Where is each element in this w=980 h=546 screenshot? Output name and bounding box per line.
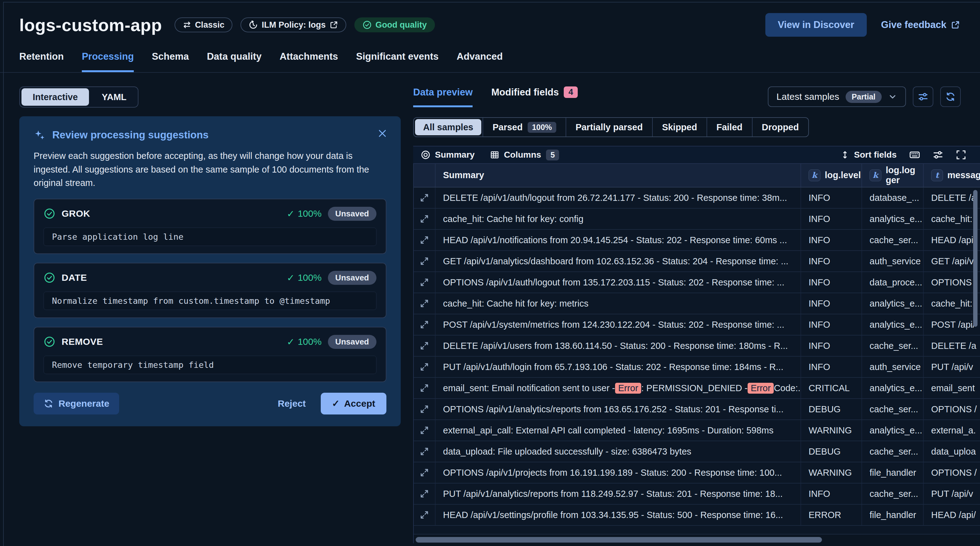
vertical-scrollbar[interactable] <box>973 190 977 327</box>
refresh-button[interactable] <box>940 86 961 107</box>
logger-cell: analytics_e... <box>862 293 924 314</box>
summary-view-button[interactable]: Summary <box>421 150 475 160</box>
filter-partially-parsed[interactable]: Partially parsed <box>566 118 652 136</box>
display-options-button[interactable] <box>933 149 943 160</box>
reject-button[interactable]: Reject <box>278 398 306 409</box>
give-feedback-link[interactable]: Give feedback <box>881 19 960 30</box>
summary-cell: data_upload: File uploaded successfully … <box>436 441 801 462</box>
level-cell: DEBUG <box>801 441 862 462</box>
tab-modified-fields[interactable]: Modified fields 4 <box>491 86 578 107</box>
tab-processing[interactable]: Processing <box>82 51 134 72</box>
table-row: OPTIONS /api/v1/auth/logout from 135.172… <box>414 272 980 293</box>
preview-settings-button[interactable] <box>913 86 933 107</box>
expand-row-button[interactable] <box>414 314 436 335</box>
text-type-icon: t <box>931 170 943 181</box>
filter-all-samples[interactable]: All samples <box>415 119 481 135</box>
summary-cell: OPTIONS /api/v1/analytics/reports from 1… <box>436 399 801 419</box>
keyboard-shortcuts-button[interactable] <box>909 149 920 160</box>
mode-yaml-button[interactable]: YAML <box>91 87 138 107</box>
message-column-header[interactable]: t message <box>924 164 980 187</box>
editor-mode-toggle: Interactive YAML <box>19 86 138 108</box>
unsaved-badge: Unsaved <box>328 271 377 285</box>
expand-row-button[interactable] <box>414 357 436 377</box>
classic-badge[interactable]: Classic <box>175 17 233 32</box>
columns-button[interactable]: Columns 5 <box>490 149 559 160</box>
horizontal-scrollbar[interactable] <box>416 537 822 543</box>
filter-dropped[interactable]: Dropped <box>752 118 808 136</box>
message-cell: GET /api/v <box>924 251 980 271</box>
expand-row-button[interactable] <box>414 272 436 293</box>
close-icon[interactable] <box>377 128 388 139</box>
page-header: logs-custom-app Classic ILM Policy: logs <box>0 0 980 37</box>
refresh-icon <box>43 398 54 409</box>
expand-row-button[interactable] <box>414 462 436 483</box>
accept-button[interactable]: ✓ Accept <box>321 393 387 414</box>
logger-cell: analytics_e... <box>862 314 924 335</box>
fullscreen-button[interactable] <box>956 149 966 160</box>
logger-cell: cache_ser... <box>862 484 924 504</box>
view-in-discover-button[interactable]: View in Discover <box>765 13 867 37</box>
filter-skipped[interactable]: Skipped <box>652 118 706 136</box>
tab-advanced[interactable]: Advanced <box>457 51 503 72</box>
mode-interactive-button[interactable]: Interactive <box>21 88 89 106</box>
preview-tabs: Data preview Modified fields 4 <box>413 86 578 107</box>
processor-description[interactable]: Parse application log line <box>43 228 377 246</box>
log-logger-column-header[interactable]: k log.logger <box>862 164 924 187</box>
table-body: DELETE /api/v1/auth/logout from 26.72.24… <box>414 187 980 526</box>
preview-header: Data preview Modified fields 4 Latest sa… <box>413 86 980 107</box>
tab-significant-events[interactable]: Significant events <box>356 51 438 72</box>
tab-schema[interactable]: Schema <box>152 51 189 72</box>
samples-select[interactable]: Latest samples Partial <box>768 86 906 107</box>
message-cell: PUT /api/v <box>924 357 980 377</box>
expand-row-button[interactable] <box>414 378 436 398</box>
match-rate: ✓100% <box>287 208 322 219</box>
expand-row-button[interactable] <box>414 441 436 462</box>
log-level-column-header[interactable]: k log.level <box>801 164 862 187</box>
table-row: OPTIONS /api/v1/projects from 16.191.199… <box>414 462 980 484</box>
suggestion-card-remove: REMOVE ✓100% Unsaved Remove temporary ti… <box>33 327 387 382</box>
preview-controls: Latest samples Partial <box>768 86 980 107</box>
summary-cell: GET /api/v1/analytics/dashboard from 102… <box>436 251 801 271</box>
message-cell: DELETE /a <box>924 335 980 356</box>
expand-row-button[interactable] <box>414 505 436 525</box>
expand-column-header <box>414 164 436 187</box>
level-cell: INFO <box>801 230 862 250</box>
summary-cell: OPTIONS /api/v1/projects from 16.191.199… <box>436 462 801 483</box>
quality-badge[interactable]: Good quality <box>354 17 435 32</box>
unsaved-badge: Unsaved <box>328 207 377 221</box>
expand-row-button[interactable] <box>414 187 436 208</box>
table-row: PUT /api/v1/auth/login from 65.7.193.106… <box>414 357 980 378</box>
tab-attachments[interactable]: Attachments <box>280 51 338 72</box>
tab-data-quality[interactable]: Data quality <box>207 51 262 72</box>
classic-badge-label: Classic <box>195 20 224 30</box>
filter-failed[interactable]: Failed <box>706 118 752 136</box>
filter-parsed[interactable]: Parsed 100% <box>482 118 566 136</box>
expand-row-button[interactable] <box>414 484 436 504</box>
summary-cell: HEAD /api/v1/notifications from 20.94.14… <box>436 230 801 250</box>
keyboard-icon <box>909 149 920 160</box>
processor-description[interactable]: Normalize timestamp from custom.timestam… <box>43 292 377 310</box>
check-icon: ✓ <box>287 336 294 347</box>
message-cell: cache_hit: <box>924 293 980 314</box>
tab-retention[interactable]: Retention <box>19 51 64 72</box>
main-content: Interactive YAML Review processing sugge… <box>0 73 980 543</box>
regenerate-button[interactable]: Regenerate <box>33 393 119 414</box>
ilm-policy-badge[interactable]: ILM Policy: logs <box>240 17 346 32</box>
samples-select-label: Latest samples <box>776 91 839 102</box>
message-cell: data_uploa <box>924 441 980 462</box>
processor-description[interactable]: Remove temporary timestamp field <box>43 356 377 374</box>
unsaved-badge: Unsaved <box>328 335 377 349</box>
expand-row-button[interactable] <box>414 209 436 229</box>
tab-data-preview[interactable]: Data preview <box>413 86 473 107</box>
level-cell: INFO <box>801 357 862 377</box>
sort-fields-button[interactable]: Sort fields <box>840 150 897 160</box>
expand-row-button[interactable] <box>414 230 436 250</box>
expand-row-button[interactable] <box>414 251 436 271</box>
summary-cell: POST /api/v1/system/metrics from 124.230… <box>436 314 801 335</box>
expand-row-button[interactable] <box>414 293 436 314</box>
expand-row-button[interactable] <box>414 420 436 441</box>
expand-row-button[interactable] <box>414 335 436 356</box>
grid-toolbar: Summary Columns 5 <box>413 146 980 164</box>
expand-row-button[interactable] <box>414 399 436 419</box>
summary-column-header[interactable]: Summary <box>436 164 801 187</box>
